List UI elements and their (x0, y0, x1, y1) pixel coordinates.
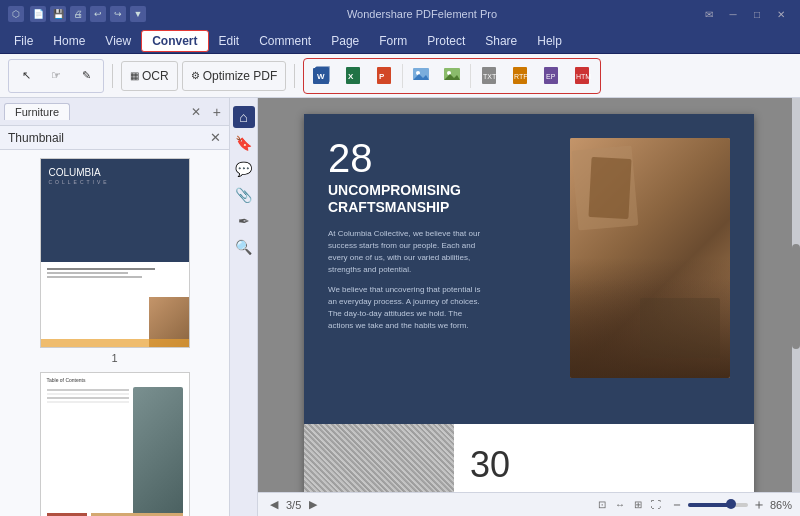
main-content: Furniture ✕ + Thumbnail ✕ COLUMBIA COLLE… (0, 98, 800, 516)
tab-close-button[interactable]: ✕ (187, 103, 205, 121)
minimize-button[interactable]: ─ (722, 6, 744, 22)
status-bar: ◀ 3/5 ▶ ⊡ ↔ ⊞ ⛶ － ＋ (258, 492, 800, 516)
menu-view[interactable]: View (95, 30, 141, 52)
quick-access-icon[interactable]: ▼ (130, 6, 146, 22)
page-navigation: ◀ 3/5 ▶ (266, 498, 321, 511)
convert-to-word-button[interactable]: W (307, 62, 337, 90)
fit-width-icon[interactable]: ↔ (612, 497, 628, 513)
window-controls: ✉ ─ □ ✕ (698, 6, 792, 22)
scrollbar-thumb[interactable] (792, 244, 800, 349)
zoom-controls: － ＋ 86% (670, 496, 792, 514)
fullscreen-icon[interactable]: ⛶ (648, 497, 664, 513)
ocr-icon: ▦ (130, 70, 139, 81)
toolbar-separator-1 (112, 64, 113, 88)
optimize-label: Optimize PDF (203, 69, 278, 83)
menu-home[interactable]: Home (43, 30, 95, 52)
vertical-scrollbar[interactable] (792, 98, 800, 516)
window-title: Wondershare PDFelement Pro (146, 8, 698, 20)
convert-other1-button[interactable]: TXT (474, 62, 504, 90)
search-icon[interactable]: 🔍 (233, 236, 255, 258)
menu-file[interactable]: File (4, 30, 43, 52)
hand-tool-button[interactable]: ☞ (42, 62, 70, 90)
convert-buttons-group: W X P TXT RTF EP HTM (303, 58, 601, 94)
left-icon-bar: ⌂ 🔖 💬 📎 ✒ 🔍 (230, 98, 258, 516)
zoom-handle[interactable] (726, 499, 736, 509)
thumbnail-close-button[interactable]: ✕ (210, 130, 221, 145)
svg-text:TXT: TXT (483, 73, 497, 80)
signature-icon[interactable]: ✒ (233, 210, 255, 232)
menu-form[interactable]: Form (369, 30, 417, 52)
fit-page-icon[interactable]: ⊡ (594, 497, 610, 513)
status-right: ⊡ ↔ ⊞ ⛶ － ＋ 86% (594, 496, 792, 514)
tab-furniture-label: Furniture (15, 106, 59, 118)
title-bar-left: ⬡ 📄 💾 🖨 ↩ ↪ ▼ (8, 6, 146, 22)
convert-other3-button[interactable]: EP (536, 62, 566, 90)
select-tool-button[interactable]: ↖ (12, 62, 40, 90)
zoom-in-button[interactable]: ＋ (752, 496, 766, 514)
thumbnail-image-2: Table of Contents (40, 372, 190, 516)
thumbnail-list[interactable]: COLUMBIA COLLECTIVE 1 (0, 150, 229, 516)
attachment-icon[interactable]: 📎 (233, 184, 255, 206)
ocr-button[interactable]: ▦ OCR (121, 61, 178, 91)
tab-add-button[interactable]: + (209, 104, 225, 120)
title-bar: ⬡ 📄 💾 🖨 ↩ ↪ ▼ Wondershare PDFelement Pro… (0, 0, 800, 28)
thumbnail-view-icon[interactable]: ⊞ (630, 497, 646, 513)
undo-icon[interactable]: ↩ (90, 6, 106, 22)
convert-to-image2-button[interactable] (437, 62, 467, 90)
email-icon[interactable]: ✉ (698, 6, 720, 22)
page-big-number-2: 30 (470, 444, 738, 486)
menu-comment[interactable]: Comment (249, 30, 321, 52)
sidebar-tabs: Furniture ✕ + (0, 98, 229, 126)
new-file-icon[interactable]: 📄 (30, 6, 46, 22)
thumbnail-page-2[interactable]: Table of Contents (40, 372, 190, 516)
convert-other4-button[interactable]: HTM (567, 62, 597, 90)
next-page-button[interactable]: ▶ (305, 498, 321, 511)
home-icon[interactable]: ⌂ (233, 106, 255, 128)
quick-access-toolbar: 📄 💾 🖨 ↩ ↪ ▼ (30, 6, 146, 22)
zoom-fill (688, 503, 731, 507)
thumbnail-panel-header: Thumbnail ✕ (0, 126, 229, 150)
convert-group-sep (402, 64, 403, 88)
convert-to-excel-button[interactable]: X (338, 62, 368, 90)
toolbar-separator-2 (294, 64, 295, 88)
view-mode-icons: ⊡ ↔ ⊞ ⛶ (594, 497, 664, 513)
convert-to-ppt-button[interactable]: P (369, 62, 399, 90)
print-icon[interactable]: 🖨 (70, 6, 86, 22)
page-big-number: 28 (328, 138, 554, 178)
comment-icon[interactable]: 💬 (233, 158, 255, 180)
thumbnail-page-1[interactable]: COLUMBIA COLLECTIVE 1 (40, 158, 190, 364)
thumbnail-page-1-number: 1 (111, 352, 117, 364)
menu-edit[interactable]: Edit (209, 30, 250, 52)
svg-text:EP: EP (546, 73, 556, 80)
ocr-label: OCR (142, 69, 169, 83)
maximize-button[interactable]: □ (746, 6, 768, 22)
menu-bar: File Home View Convert Edit Comment Page… (0, 28, 800, 54)
zoom-slider[interactable] (688, 503, 748, 507)
document-area[interactable]: 28 UNCOMPROMISINGCRAFTSMANSHIP At Columb… (258, 98, 800, 516)
status-left: ◀ 3/5 ▶ (266, 498, 321, 511)
zoom-out-button[interactable]: － (670, 496, 684, 514)
optimize-pdf-button[interactable]: ⚙ Optimize PDF (182, 61, 287, 91)
prev-page-button[interactable]: ◀ (266, 498, 282, 511)
redo-icon[interactable]: ↪ (110, 6, 126, 22)
selection-tools-group: ↖ ☞ ✎ (8, 59, 104, 93)
svg-text:X: X (348, 72, 354, 81)
menu-page[interactable]: Page (321, 30, 369, 52)
svg-text:RTF: RTF (514, 73, 527, 80)
craft-image-bg (570, 138, 730, 378)
bookmark-icon[interactable]: 🔖 (233, 132, 255, 154)
tab-furniture[interactable]: Furniture (4, 103, 70, 120)
edit-tool-button[interactable]: ✎ (72, 62, 100, 90)
page-indicator: 3/5 (286, 499, 301, 511)
menu-protect[interactable]: Protect (417, 30, 475, 52)
menu-help[interactable]: Help (527, 30, 572, 52)
sidebar: Furniture ✕ + Thumbnail ✕ COLUMBIA COLLE… (0, 98, 230, 516)
menu-share[interactable]: Share (475, 30, 527, 52)
convert-to-image1-button[interactable] (406, 62, 436, 90)
menu-convert[interactable]: Convert (141, 30, 208, 52)
save-icon[interactable]: 💾 (50, 6, 66, 22)
page-body-text: At Columbia Collective, we believe that … (328, 228, 488, 332)
page-headline: UNCOMPROMISINGCRAFTSMANSHIP (328, 182, 554, 216)
convert-other2-button[interactable]: RTF (505, 62, 535, 90)
close-button[interactable]: ✕ (770, 6, 792, 22)
